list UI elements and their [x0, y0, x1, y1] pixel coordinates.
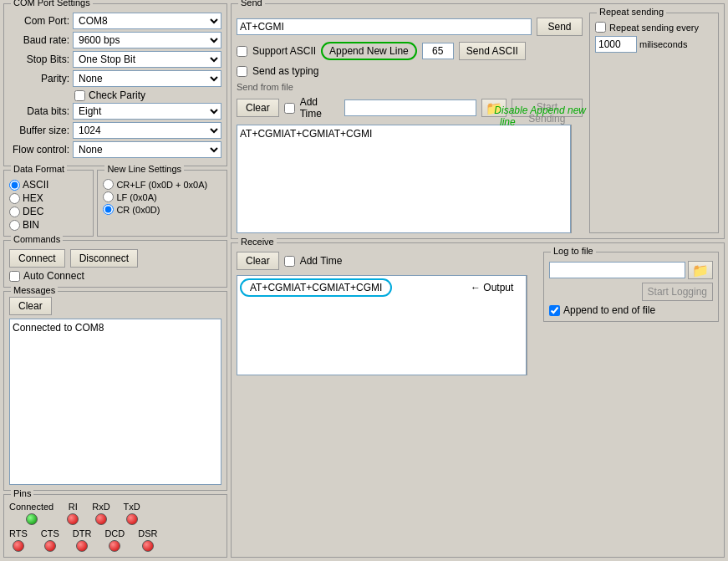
- com-port-select[interactable]: COM8: [73, 13, 221, 29]
- receive-title: Receive: [238, 237, 277, 247]
- bin-label: BIN: [23, 219, 39, 231]
- repeat-checkbox[interactable]: [595, 22, 606, 33]
- receive-clear-button[interactable]: Clear: [237, 252, 279, 270]
- send-title: Send: [238, 0, 265, 8]
- connect-button[interactable]: Connect: [9, 249, 65, 268]
- lf-label: LF (0x0A): [116, 192, 156, 202]
- disconnect-button[interactable]: Disconnect: [70, 249, 138, 268]
- dec-label: DEC: [23, 206, 43, 217]
- cts-label: CTS: [41, 528, 59, 538]
- repeat-interval-input[interactable]: [595, 36, 637, 53]
- check-parity-checkbox[interactable]: [74, 90, 85, 101]
- data-bits-select[interactable]: Eight: [73, 103, 221, 120]
- ri-label: RI: [69, 502, 78, 512]
- txd-led: [126, 513, 138, 525]
- send-text-input[interactable]: [237, 18, 532, 35]
- dtr-led: [76, 540, 88, 552]
- baud-rate-select[interactable]: 9600 bps: [73, 32, 221, 48]
- pins-group: Pins Connected RI RxD TxD: [3, 494, 227, 558]
- auto-connect-checkbox[interactable]: [9, 271, 20, 282]
- parity-select[interactable]: None: [73, 70, 221, 87]
- add-time-checkbox[interactable]: [284, 103, 295, 114]
- stop-bits-select[interactable]: One Stop Bit: [73, 51, 221, 68]
- dcd-label: DCD: [104, 528, 125, 538]
- hex-radio[interactable]: [9, 193, 20, 204]
- support-ascii-checkbox[interactable]: [237, 46, 247, 57]
- parity-label: Parity:: [9, 73, 69, 84]
- cts-led: [44, 540, 56, 552]
- send-scrollbar[interactable]: [571, 125, 583, 233]
- receive-content-text: AT+CGMIAT+CGMIAT+CGMI: [240, 278, 392, 297]
- com-port-label: Com Port:: [9, 15, 69, 27]
- check-parity-label: Check Parity: [89, 89, 145, 101]
- send-content-area: AT+CGMIAT+CGMIAT+CGMI: [237, 125, 571, 233]
- rxd-led: [95, 513, 107, 525]
- ascii-radio[interactable]: [9, 180, 20, 191]
- connected-led: [26, 513, 38, 525]
- start-sending-button[interactable]: Start Sending: [512, 99, 583, 117]
- log-file-browse-button[interactable]: 📁: [688, 261, 713, 279]
- repeat-sending-group: Repeat sending Repeat sending every mili…: [589, 13, 719, 233]
- bin-radio[interactable]: [9, 220, 20, 231]
- send-file-browse-button[interactable]: 📁: [481, 99, 507, 117]
- add-time-label: Add Time: [300, 96, 339, 120]
- dcd-led: [109, 540, 120, 552]
- connected-label: Connected: [9, 502, 53, 512]
- send-as-typing-checkbox[interactable]: [237, 66, 247, 77]
- flow-control-label: Flow control:: [9, 144, 69, 156]
- repeat-sending-title: Repeat sending: [597, 7, 666, 17]
- log-file-input[interactable]: [549, 262, 685, 278]
- append-to-end-label: Append to end of file: [563, 304, 655, 316]
- dec-radio[interactable]: [9, 207, 20, 217]
- cr-radio[interactable]: [103, 204, 114, 215]
- com-port-settings: COM Port Settings Com Port: COM8 Baud ra…: [3, 3, 227, 166]
- lf-radio[interactable]: [103, 191, 114, 202]
- ascii-label: ASCII: [23, 179, 48, 191]
- messages-clear-button[interactable]: Clear: [9, 297, 52, 315]
- append-to-end-checkbox[interactable]: [549, 305, 560, 316]
- hex-label: HEX: [23, 192, 43, 204]
- messages-group: Messages Clear Connected to COM8: [3, 291, 227, 491]
- data-bits-label: Data bits:: [9, 105, 69, 117]
- data-format-title: Data Format: [11, 164, 67, 174]
- commands-group: Commands Connect Disconnect Auto Connect: [3, 240, 227, 288]
- auto-connect-label: Auto Connect: [23, 270, 84, 282]
- send-clear-button[interactable]: Clear: [237, 99, 279, 117]
- receive-scrollbar[interactable]: [527, 275, 538, 375]
- buffer-size-select[interactable]: 1024: [73, 122, 221, 139]
- messages-area: Connected to COM8: [9, 319, 221, 485]
- rts-led: [13, 540, 24, 552]
- send-content-text: AT+CGMIAT+CGMIAT+CGMI: [240, 128, 372, 140]
- append-new-line-button[interactable]: Append New Line: [321, 42, 417, 60]
- flow-control-select[interactable]: None: [73, 141, 221, 158]
- receive-add-time-label: Add Time: [300, 255, 343, 267]
- new-line-title: New Line Settings: [104, 164, 184, 174]
- commands-title: Commands: [11, 234, 63, 244]
- stop-bits-label: Stop Bits:: [9, 54, 69, 65]
- send-as-typing-label: Send as typing: [252, 65, 318, 77]
- dsr-led: [142, 540, 154, 552]
- cr-lf-label: CR+LF (0x0D + 0x0A): [116, 180, 207, 190]
- num-input[interactable]: [422, 43, 454, 59]
- buffer-size-label: Buffer size:: [9, 125, 69, 136]
- data-format-group: Data Format ASCII HEX DEC: [3, 170, 94, 237]
- send-ascii-button[interactable]: Send ASCII: [459, 42, 526, 60]
- send-from-file-label: Send from file: [237, 82, 293, 92]
- dtr-label: DTR: [73, 528, 92, 538]
- pins-title: Pins: [11, 488, 33, 498]
- send-button[interactable]: Send: [537, 18, 583, 36]
- start-logging-button[interactable]: Start Logging: [642, 283, 713, 301]
- rts-label: RTS: [9, 528, 28, 538]
- repeat-label: Repeat sending every: [609, 23, 699, 33]
- receive-add-time-checkbox[interactable]: [284, 256, 295, 267]
- send-group: Send Send Support ASCII Append New Line: [231, 3, 725, 239]
- txd-label: TxD: [124, 502, 140, 512]
- cr-lf-radio[interactable]: [103, 179, 114, 190]
- output-annotation: ← Output: [471, 282, 513, 293]
- send-file-input[interactable]: [344, 99, 476, 116]
- log-to-file-title: Log to file: [551, 246, 596, 256]
- rxd-label: RxD: [92, 502, 109, 512]
- baud-rate-label: Baud rate:: [9, 34, 69, 46]
- support-ascii-label: Support ASCII: [252, 45, 316, 57]
- ri-led: [67, 513, 79, 525]
